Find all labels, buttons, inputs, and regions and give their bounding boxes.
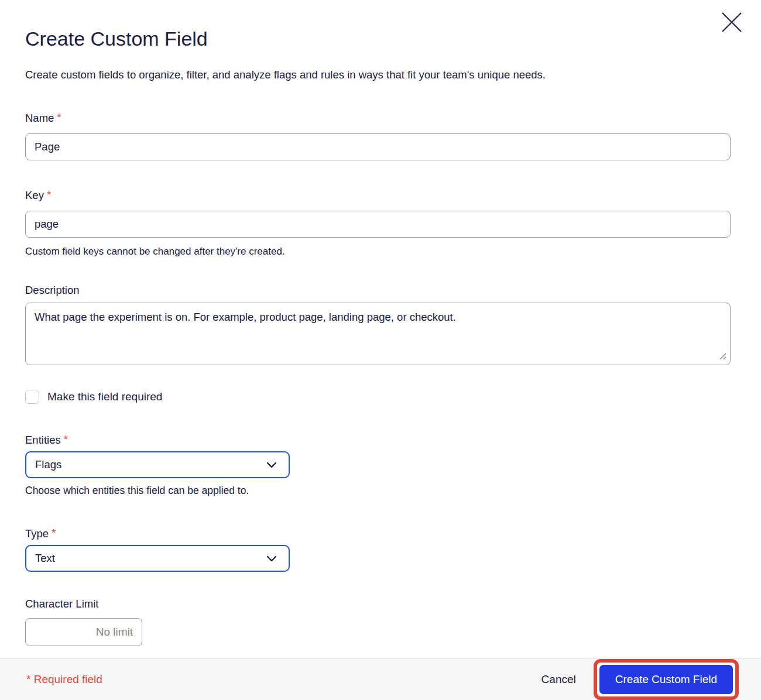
chevron-down-icon xyxy=(263,457,280,473)
entities-label: Entities xyxy=(25,433,61,447)
type-selected-value: Text xyxy=(35,552,55,565)
make-required-label: Make this field required xyxy=(47,390,162,403)
required-field-note: * Required field xyxy=(26,673,102,686)
key-required-asterisk: * xyxy=(47,188,51,201)
entities-field-group: Entities* Flags Choose which entities th… xyxy=(25,433,731,496)
close-icon xyxy=(719,9,745,35)
type-select[interactable]: Text xyxy=(25,545,290,572)
description-label: Description xyxy=(25,283,80,297)
create-custom-field-button[interactable]: Create Custom Field xyxy=(599,665,733,694)
entities-helper-text: Choose which entities this field can be … xyxy=(25,485,731,496)
name-field-group: Name* xyxy=(25,111,731,160)
create-custom-field-dialog: Create Custom Field Create custom fields… xyxy=(0,0,761,700)
cancel-button[interactable]: Cancel xyxy=(540,670,577,689)
name-label: Name xyxy=(25,111,54,125)
character-limit-field-group: Character Limit xyxy=(25,597,731,646)
name-field[interactable] xyxy=(25,133,731,160)
entities-required-asterisk: * xyxy=(64,433,68,445)
entities-selected-value: Flags xyxy=(35,458,61,471)
page-title: Create Custom Field xyxy=(25,27,731,50)
character-limit-field[interactable] xyxy=(25,618,142,646)
key-field[interactable] xyxy=(25,211,731,238)
type-field-group: Type* Text xyxy=(25,527,731,572)
dialog-content: Create Custom Field Create custom fields… xyxy=(0,0,761,658)
key-label: Key xyxy=(25,188,44,203)
name-required-asterisk: * xyxy=(57,111,61,123)
type-required-asterisk: * xyxy=(52,527,56,539)
type-label: Type xyxy=(25,527,49,541)
key-helper-text: Custom field keys cannot be changed afte… xyxy=(25,246,731,258)
entities-select[interactable]: Flags xyxy=(25,451,290,478)
dialog-subtitle: Create custom fields to organize, filter… xyxy=(25,68,731,82)
key-field-group: Key* Custom field keys cannot be changed… xyxy=(25,188,731,258)
annotation-highlight: Create Custom Field xyxy=(594,659,739,700)
make-required-checkbox[interactable] xyxy=(25,390,39,404)
close-button[interactable] xyxy=(718,8,746,36)
chevron-down-icon xyxy=(263,550,280,567)
character-limit-label: Character Limit xyxy=(25,597,98,611)
dialog-footer: * Required field Cancel Create Custom Fi… xyxy=(0,658,761,700)
description-field[interactable]: What page the experiment is on. For exam… xyxy=(25,303,731,365)
description-field-group: Description What page the experiment is … xyxy=(25,283,731,365)
required-checkbox-row: Make this field required xyxy=(25,390,731,404)
